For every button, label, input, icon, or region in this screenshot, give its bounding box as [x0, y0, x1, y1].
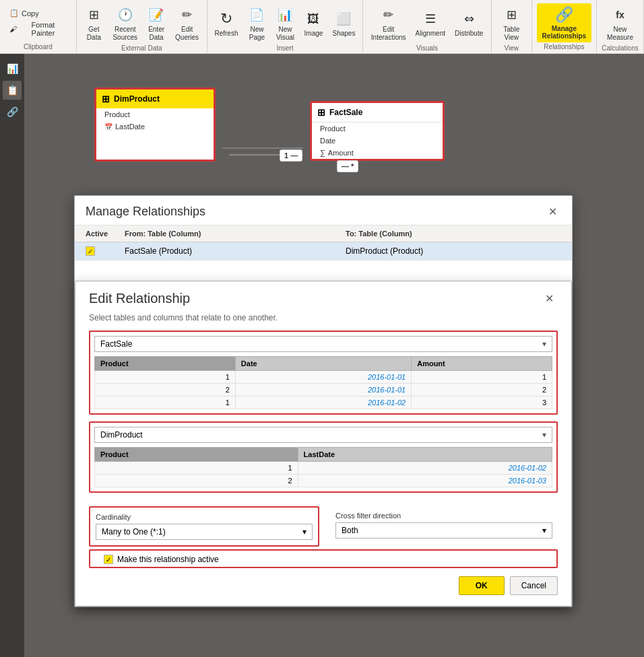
insert-buttons: ↻ Refresh 📄 NewPage 📊 NewVisual 🖼 Image … [210, 3, 359, 44]
distribute-button[interactable]: ⇔ Distribute [451, 7, 487, 40]
new-page-icon: 📄 [247, 5, 266, 24]
cardinality-value: Many to One (*:1) [102, 527, 166, 537]
enter-data-button[interactable]: 📝 EnterData [143, 3, 170, 44]
dimproduct-row-2: 2 2016-01-03 [95, 475, 552, 487]
clipboard-label: Clipboard [24, 43, 53, 52]
cross-filter-value: Both [342, 526, 358, 535]
factsale-section: FactSale ▾ Product Date Amount [75, 331, 571, 421]
insert-label: Insert [276, 44, 293, 53]
dimproduct-r1-lastdate: 2016-01-02 [298, 462, 552, 475]
fact-sale-field-date: Date [312, 135, 443, 147]
manage-relationships-button[interactable]: 🔗 ManageRelationships [537, 3, 592, 42]
cancel-button[interactable]: Cancel [510, 576, 558, 595]
manage-rel-close-button[interactable]: ✕ [544, 204, 561, 219]
factsale-dropdown-arrow: ▾ [542, 339, 546, 349]
recent-sources-button[interactable]: 🕐 RecentSources [108, 3, 141, 44]
sidebar-tab-data[interactable]: 📋 [3, 81, 22, 100]
ribbon: 📋 Copy 🖌 Format Painter Clipboard ⊞ GetD… [0, 0, 644, 54]
manage-relationships-dialog: Manage Relationships ✕ Active From: Tabl… [74, 195, 573, 607]
from-col-header: From: Table (Column) [125, 230, 340, 238]
enter-data-icon: 📝 [147, 5, 166, 24]
factsale-dropdown[interactable]: FactSale ▾ [94, 336, 552, 352]
factsale-r1-date: 2016-01-01 [235, 371, 411, 384]
cross-filter-arrow: ▾ [542, 526, 546, 535]
dimproduct-dropdown[interactable]: DimProduct ▾ [94, 427, 552, 443]
edit-rel-footer: OK Cancel [75, 568, 571, 595]
factsale-bordered: FactSale ▾ Product Date Amount [89, 331, 558, 415]
factsale-r1-product: 1 [95, 371, 236, 384]
view-label: View [504, 44, 519, 53]
clipboard-group: 📋 Copy 🖌 Format Painter Clipboard [0, 0, 77, 53]
factsale-row-3: 1 2016-01-02 3 [95, 396, 552, 409]
new-measure-icon: fx [611, 5, 630, 24]
edit-rel-title-bar: Edit Relationship ✕ [75, 281, 571, 313]
factsale-r3-product: 1 [95, 396, 236, 409]
row-to-value: DimProduct (Product) [346, 246, 561, 256]
cardinality-select[interactable]: Many to One (*:1) ▾ [96, 524, 313, 540]
ok-button[interactable]: OK [459, 576, 505, 595]
cardinality-box: Cardinality Many to One (*:1) ▾ [89, 506, 319, 547]
external-data-label: External Data [121, 44, 162, 53]
edit-rel-close-button[interactable]: ✕ [541, 291, 558, 306]
relationships-buttons: 🔗 ManageRelationships [537, 3, 592, 43]
cross-filter-box: Cross filter direction Both ▾ [330, 506, 558, 544]
dimproduct-col-product[interactable]: Product [95, 448, 298, 462]
clipboard-buttons: 📋 Copy 🖌 Format Painter [5, 3, 71, 43]
new-page-button[interactable]: 📄 NewPage [243, 3, 270, 44]
alignment-button[interactable]: ☰ Alignment [412, 7, 449, 40]
factsale-col-product[interactable]: Product [95, 357, 236, 371]
recent-sources-icon: 🕐 [116, 5, 135, 24]
shapes-button[interactable]: ⬜ Shapes [328, 7, 359, 40]
visuals-group: ✏ EditInteractions ☰ Alignment ⇔ Distrib… [363, 0, 491, 53]
factsale-preview-table: Product Date Amount 1 2016-01-01 1 [94, 356, 552, 409]
refresh-button[interactable]: ↻ Refresh [210, 7, 242, 40]
relationships-group: 🔗 ManageRelationships Relationships [532, 0, 597, 53]
visuals-label: Visuals [416, 44, 438, 53]
new-measure-button[interactable]: fx NewMeasure [603, 3, 637, 44]
sigma-icon: ∑ [320, 149, 325, 157]
copy-button[interactable]: 📋 Copy [5, 7, 71, 19]
dim-product-header: ⊞ DimProduct [96, 90, 214, 108]
factsale-r2-amount: 2 [412, 384, 552, 396]
dim-product-title: DimProduct [114, 94, 160, 104]
rel-table-row[interactable]: ✓ FactSale (Product) DimProduct (Product… [75, 242, 572, 261]
factsale-col-amount[interactable]: Amount [412, 357, 552, 371]
dimproduct-bordered: DimProduct ▾ Product LastDate 1 [89, 421, 558, 493]
manage-relationships-icon: 🔗 [555, 6, 573, 24]
dimproduct-row-1: 1 2016-01-02 [95, 462, 552, 475]
format-painter-button[interactable]: 🖌 Format Painter [5, 20, 71, 38]
get-data-icon: ⊞ [84, 5, 103, 24]
copy-icon: 📋 [9, 9, 19, 18]
new-visual-button[interactable]: 📊 NewVisual [271, 3, 298, 44]
dimproduct-col-lastdate[interactable]: LastDate [298, 448, 552, 462]
factsale-r2-date: 2016-01-01 [235, 384, 411, 396]
rel-table-header: Active From: Table (Column) To: Table (C… [75, 226, 572, 242]
edit-rel-subtitle: Select tables and columns that relate to… [75, 313, 571, 331]
cross-filter-select[interactable]: Both ▾ [335, 522, 552, 539]
get-data-button[interactable]: ⊞ GetData [80, 3, 107, 44]
factsale-col-date[interactable]: Date [235, 357, 411, 371]
dim-product-table-icon: ⊞ [102, 94, 110, 104]
rel-badge-1: 1 — [280, 149, 302, 162]
active-checkbox-row: ✓ Make this relationship active [89, 549, 558, 568]
sidebar: 📊 📋 🔗 [0, 54, 24, 657]
active-checkbox[interactable]: ✓ [104, 555, 113, 564]
dimproduct-dropdown-value: DimProduct [100, 430, 143, 440]
sidebar-tab-model[interactable]: 🔗 [3, 102, 22, 121]
sidebar-tab-report[interactable]: 📊 [3, 59, 22, 78]
insert-group: ↻ Refresh 📄 NewPage 📊 NewVisual 🖼 Image … [207, 0, 364, 53]
dim-product-box: ⊞ DimProduct Product 📅 LastDate [94, 88, 216, 162]
edit-interactions-button[interactable]: ✏ EditInteractions [367, 3, 410, 44]
edit-queries-button[interactable]: ✏ EditQueries [171, 3, 203, 44]
row-active-checkbox[interactable]: ✓ [86, 246, 119, 256]
dimproduct-section: DimProduct ▾ Product LastDate 1 [75, 421, 571, 499]
active-checkbox-label: Make this relationship active [117, 555, 219, 564]
image-icon: 🖼 [304, 9, 323, 28]
table-view-button[interactable]: ⊞ TableView [498, 3, 525, 44]
rel-badge-star: — * [337, 160, 358, 172]
manage-rel-title-bar: Manage Relationships ✕ [75, 196, 572, 226]
fact-sale-box: ⊞ FactSale Product Date ∑ Amount [310, 101, 445, 161]
relationships-label: Relationships [544, 43, 584, 52]
image-button[interactable]: 🖼 Image [300, 7, 327, 40]
dimproduct-r2-lastdate: 2016-01-03 [298, 475, 552, 487]
